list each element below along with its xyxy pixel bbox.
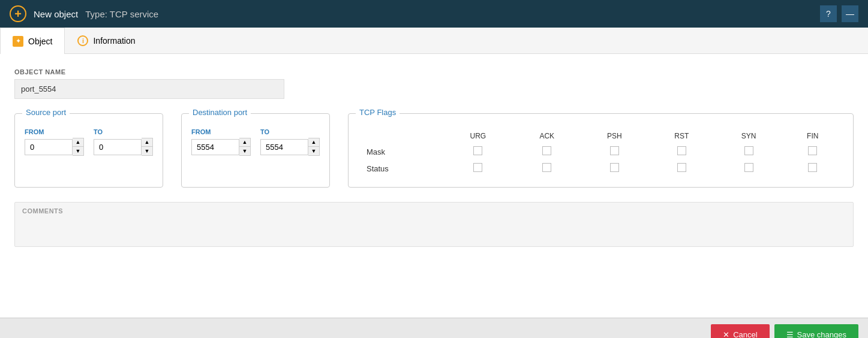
tcp-flags-header-row: URG ACK PSH RST SYN FIN [359, 129, 842, 143]
mask-label: Mask [359, 144, 442, 159]
app-header: + New object Type: TCP service ? — [0, 0, 868, 28]
dest-to-input[interactable] [260, 139, 308, 155]
minimize-button[interactable]: — [842, 5, 858, 22]
tab-object[interactable]: ✦ Object [0, 28, 65, 54]
tcp-flags-table: URG ACK PSH RST SYN FIN Mask [358, 128, 843, 177]
mask-psh-checkbox[interactable] [610, 146, 619, 155]
object-name-label: OBJECT NAME [14, 68, 854, 76]
destination-port-fields: FROM ▲ ▼ TO ▲ ▼ [191, 128, 320, 156]
status-syn-checkbox[interactable] [744, 163, 753, 172]
tcp-flags-empty-header [359, 129, 442, 143]
tcp-urg-header: URG [443, 129, 512, 143]
dest-to-down[interactable]: ▼ [308, 147, 319, 155]
source-from-up[interactable]: ▲ [73, 138, 83, 147]
source-to-spinner-btns: ▲ ▼ [142, 138, 153, 156]
tcp-psh-header: PSH [581, 129, 648, 143]
dest-to-up[interactable]: ▲ [308, 138, 319, 147]
header-type-label: Type: TCP service [85, 9, 158, 19]
comments-section: COMMENTS [14, 202, 854, 247]
destination-port-legend: Destination port [189, 108, 251, 117]
source-from-field: FROM ▲ ▼ [25, 128, 84, 156]
dest-from-spinner: ▲ ▼ [191, 138, 251, 156]
source-to-field: TO ▲ ▼ [94, 128, 153, 156]
destination-port-box: Destination port FROM ▲ ▼ TO [181, 113, 330, 188]
object-tab-icon: ✦ [13, 36, 23, 47]
status-urg-checkbox[interactable] [473, 163, 482, 172]
mask-ack-checkbox[interactable] [542, 146, 551, 155]
tab-object-label: Object [28, 37, 52, 46]
dest-from-up[interactable]: ▲ [239, 138, 250, 147]
source-to-input[interactable] [94, 139, 142, 155]
footer: ✕ Cancel ☰ Save changes [0, 318, 868, 338]
mask-syn-checkbox[interactable] [744, 146, 753, 155]
tcp-flags-box: TCP Flags URG ACK PSH RST SYN FIN Ma [348, 113, 854, 188]
tcp-flags-legend: TCP Flags [356, 108, 400, 117]
tcp-flags-mask-row: Mask [359, 144, 842, 159]
dest-from-field: FROM ▲ ▼ [191, 128, 251, 156]
cancel-label: Cancel [733, 330, 757, 338]
tab-information-label: Information [93, 36, 135, 46]
dest-to-label: TO [260, 128, 320, 135]
tcp-ack-header: ACK [513, 129, 580, 143]
source-to-up[interactable]: ▲ [142, 138, 152, 147]
dest-to-spinner: ▲ ▼ [260, 138, 320, 156]
save-icon: ☰ [786, 330, 794, 338]
status-rst-checkbox[interactable] [677, 163, 686, 172]
dest-from-spinner-btns: ▲ ▼ [239, 138, 251, 156]
new-object-icon[interactable]: + [10, 5, 26, 22]
dest-to-spinner-btns: ▲ ▼ [308, 138, 320, 156]
dest-from-label: FROM [191, 128, 251, 135]
source-from-spinner: ▲ ▼ [25, 138, 84, 156]
tab-information[interactable]: i Information [65, 28, 148, 53]
tcp-fin-header: FIN [783, 129, 842, 143]
port-sections: Source port FROM ▲ ▼ TO [14, 113, 854, 188]
header-right: ? — [820, 5, 858, 22]
source-port-box: Source port FROM ▲ ▼ TO [14, 113, 163, 188]
source-to-down[interactable]: ▼ [142, 147, 152, 155]
help-button[interactable]: ? [820, 5, 837, 22]
dest-from-down[interactable]: ▼ [239, 147, 250, 155]
status-ack-checkbox[interactable] [542, 163, 551, 172]
status-psh-checkbox[interactable] [610, 163, 619, 172]
information-tab-icon: i [77, 35, 88, 46]
dest-from-input[interactable] [191, 139, 239, 155]
source-from-down[interactable]: ▼ [73, 147, 83, 155]
source-port-legend: Source port [22, 108, 70, 117]
tcp-rst-header: RST [649, 129, 714, 143]
comments-label: COMMENTS [15, 203, 853, 219]
cancel-button[interactable]: ✕ Cancel [711, 324, 769, 338]
source-from-input[interactable] [25, 139, 73, 155]
header-new-object-label: New object [34, 9, 78, 19]
source-to-spinner: ▲ ▼ [94, 138, 153, 156]
mask-urg-checkbox[interactable] [473, 146, 482, 155]
tcp-syn-header: SYN [716, 129, 782, 143]
main-content: OBJECT NAME Source port FROM ▲ ▼ [0, 54, 868, 318]
source-to-label: TO [94, 128, 153, 135]
source-from-spinner-btns: ▲ ▼ [73, 138, 84, 156]
object-name-section: OBJECT NAME [14, 68, 854, 99]
save-button[interactable]: ☰ Save changes [774, 324, 858, 338]
tcp-flags-status-row: Status [359, 161, 842, 176]
tab-bar: ✦ Object i Information [0, 28, 868, 54]
header-left: + New object Type: TCP service [10, 5, 158, 22]
save-label: Save changes [797, 330, 846, 338]
comments-input[interactable] [15, 219, 853, 245]
mask-fin-checkbox[interactable] [808, 146, 817, 155]
object-name-input[interactable] [14, 79, 284, 99]
cancel-icon: ✕ [723, 330, 729, 338]
source-from-label: FROM [25, 128, 84, 135]
mask-rst-checkbox[interactable] [677, 146, 686, 155]
status-label: Status [359, 161, 442, 176]
source-port-fields: FROM ▲ ▼ TO ▲ ▼ [25, 128, 153, 156]
dest-to-field: TO ▲ ▼ [260, 128, 320, 156]
status-fin-checkbox[interactable] [808, 163, 817, 172]
